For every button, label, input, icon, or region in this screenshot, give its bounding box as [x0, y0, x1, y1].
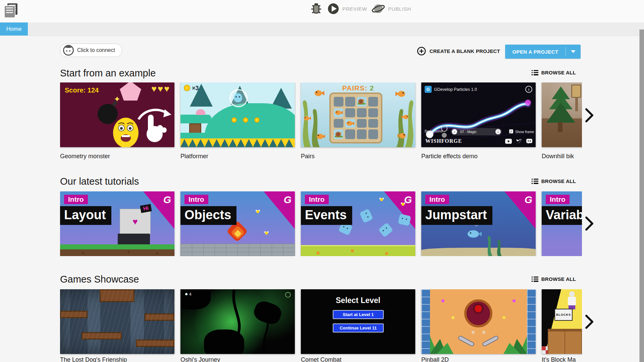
dirt-strip [60, 249, 174, 256]
show-frame-checkbox: ✓ [509, 129, 513, 133]
showcase-card-pinball[interactable] [421, 289, 536, 354]
gdevelop-logo: G [284, 194, 291, 205]
project-manager-icon[interactable] [5, 3, 18, 18]
fly [265, 232, 268, 235]
blocks-crate: BLOCKS [554, 309, 573, 321]
debug-button[interactable] [310, 2, 323, 15]
tutorial-card-jumpstart[interactable]: G Intro Jumpstart [421, 191, 536, 256]
character-head [569, 291, 575, 297]
tutorial-thumbnail: G Intro Jumpstart [421, 191, 536, 256]
gdevelop-logo: G [404, 194, 412, 205]
prev-preset-icon: ‹ [452, 129, 457, 134]
grass-strip [60, 244, 174, 249]
connect-button[interactable]: Click to connect [60, 44, 122, 57]
gdevelop-logo: G [163, 194, 171, 205]
list-icon [532, 179, 538, 184]
flipper-left [458, 335, 475, 347]
particles-thumbnail: G GDevelop Particles 1.0 i Background ‹ … [421, 82, 536, 147]
avatar-face-icon [63, 45, 74, 56]
downhill-thumbnail [542, 82, 582, 147]
fish [304, 116, 311, 121]
light [513, 299, 516, 302]
light [472, 331, 475, 334]
tab-strip: Home [0, 22, 644, 36]
pairs-value: 2 [370, 84, 374, 92]
tile-border-right [527, 289, 536, 354]
tutorial-card-variables[interactable]: G +1 Intro Variables [542, 191, 582, 256]
showcase-card-blocks[interactable]: BLOCKS [542, 289, 582, 354]
ground-strip [180, 133, 295, 138]
tutorial-card-objects[interactable]: G Intro Objects [180, 191, 295, 256]
youtube-icon [505, 139, 512, 144]
light [482, 331, 485, 334]
tile-snail [334, 129, 343, 139]
tutorials-row: G ♥ Hi Intro Layout G Intro Objects [60, 191, 582, 256]
lost-dog-thumbnail [60, 289, 174, 354]
tutorial-card-events[interactable]: G Intro Events [301, 191, 415, 256]
browse-all-examples[interactable]: BROWSE ALL [532, 70, 576, 75]
example-card-downhill[interactable] [542, 82, 582, 147]
pairs-board [329, 93, 382, 143]
tab-home[interactable]: Home [0, 22, 28, 36]
center-rosette [464, 299, 492, 327]
tile-fish [334, 108, 343, 117]
example-card-geometry-monster[interactable]: Score: 124 ♥♥♥ ✦ [60, 82, 174, 147]
intro-badge: Intro [305, 195, 329, 204]
seaweed [485, 232, 505, 256]
open-project-dropdown[interactable] [566, 47, 581, 56]
browse-all-tutorials[interactable]: BROWSE ALL [532, 178, 576, 184]
publish-button[interactable]: PUBLISH [372, 3, 411, 15]
bubble [229, 89, 248, 107]
preview-button[interactable]: PREVIEW [327, 3, 367, 15]
pinball-ball [475, 305, 482, 312]
topic-title: Jumpstart [421, 206, 492, 225]
pause-ring-icon [285, 292, 291, 298]
publish-label: PUBLISH [388, 6, 411, 12]
fly [401, 203, 405, 206]
browse-all-showcase[interactable]: BROWSE ALL [532, 276, 576, 282]
showcase-card-oshi[interactable]: 4 [180, 289, 295, 354]
info-icon: i [525, 86, 532, 93]
pairs-thumbnail: PAIRS: 2 [301, 82, 415, 147]
connect-label: Click to connect [77, 47, 115, 53]
tutorial-card-layout[interactable]: G ♥ Hi Intro Layout [60, 191, 174, 256]
tutorial-thumbnail: G +1 Intro Variables [542, 191, 582, 256]
preview-label: PREVIEW [342, 6, 367, 12]
showcase-card-lost-dog[interactable] [60, 289, 174, 354]
scroll-right-tutorials[interactable] [584, 216, 594, 231]
planet-icon [372, 3, 385, 15]
create-blank-label: CREATE A BLANK PROJECT [429, 48, 500, 54]
comet-combat-thumbnail: Select Level Start at Level 1 Continue L… [301, 289, 415, 354]
fish [314, 90, 324, 97]
example-card-platformer[interactable]: ×3 [180, 82, 295, 147]
tile-border-left [421, 289, 430, 354]
coin [254, 117, 260, 123]
topic-title: Layout [60, 206, 111, 225]
scroll-right-examples[interactable] [584, 108, 594, 123]
intro-badge: Intro [425, 195, 449, 204]
tutorial-thumbnail: G Intro Events [301, 191, 415, 256]
open-project-button[interactable]: OPEN A PROJECT [505, 45, 581, 59]
examples-row: Score: 124 ♥♥♥ ✦ [60, 82, 582, 160]
section-title-examples: Start from an example [60, 68, 156, 79]
pairs-label: PAIRS: [342, 84, 368, 92]
tile [345, 108, 355, 117]
light [502, 316, 505, 319]
scroll-right-showcase[interactable] [584, 314, 594, 329]
showcase-row: The Lost Dog's Frienship 4 Oshi's Journe… [60, 289, 582, 362]
oshi-thumbnail: 4 [180, 289, 295, 354]
example-card-pairs[interactable]: PAIRS: 2 [301, 82, 415, 147]
tile [368, 108, 378, 117]
example-card-particle-effects[interactable]: G GDevelop Particles 1.0 i Background ‹ … [421, 82, 536, 147]
coin-counter-text: ×3 [192, 85, 199, 92]
page-scrollbar[interactable] [639, 29, 644, 362]
showcase-card-comet-combat[interactable]: Select Level Start at Level 1 Continue L… [301, 289, 415, 354]
background-swatch-outline [441, 125, 447, 132]
tree-trunk [558, 122, 562, 132]
card-title: Geometry monster [60, 153, 174, 160]
start-level-button: Start at Level 1 [333, 310, 384, 319]
create-blank-project-button[interactable]: CREATE A BLANK PROJECT [417, 47, 500, 56]
chevron-down-icon [571, 50, 576, 53]
fish [401, 115, 409, 120]
card-title: Particle effects demo [421, 153, 536, 160]
